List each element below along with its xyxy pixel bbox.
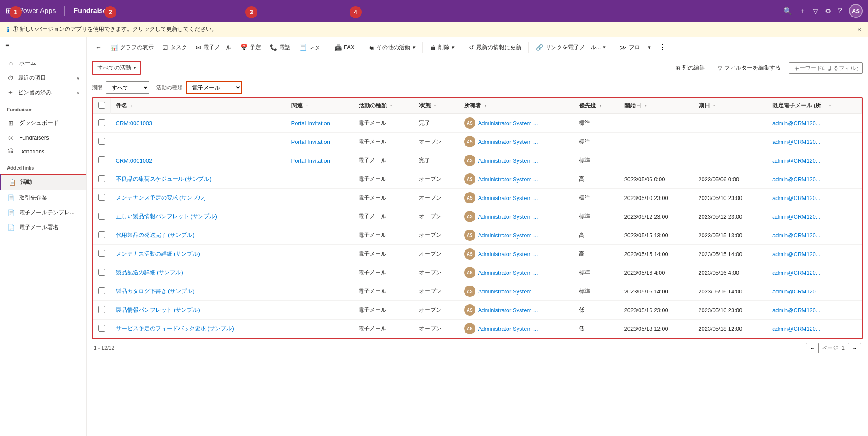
related-link-2[interactable]: Portal Invitation (291, 157, 330, 164)
email-link-10[interactable]: admin@CRM120... (772, 307, 821, 313)
table-header-subject[interactable]: 件名 ↓ (111, 98, 286, 114)
letter-button[interactable]: 📃 レター (296, 41, 329, 53)
add-icon[interactable]: ＋ (799, 7, 806, 16)
table-header-status[interactable]: 状態 ↕ (414, 98, 459, 114)
subject-link-7[interactable]: メンテナス活動の詳細 (サンプル) (116, 250, 200, 257)
owner-link-2[interactable]: Administrator System ... (478, 157, 538, 164)
edit-filters-button[interactable]: ▽ フィルターを編集する (713, 61, 785, 74)
subject-link-0[interactable]: CRM:0001003 (116, 120, 152, 126)
row-checkbox-3[interactable] (98, 175, 105, 182)
notification-close-btn[interactable]: × (858, 26, 861, 33)
email-link-7[interactable]: admin@CRM120... (772, 251, 821, 257)
owner-link-9[interactable]: Administrator System ... (478, 288, 538, 295)
row-checkbox-10[interactable] (98, 306, 105, 313)
row-checkbox-11[interactable] (98, 325, 105, 332)
subject-link-4[interactable]: メンテナンス予定の要求 (サンプル) (116, 194, 206, 201)
sidebar-item-email-signature[interactable]: 📄 電子メール署名 (0, 220, 86, 235)
table-header-default-email[interactable]: 既定電子メール (所... ↕ (767, 98, 862, 114)
email-button[interactable]: ✉ 電子メール (192, 41, 235, 53)
owner-link-6[interactable]: Administrator System ... (478, 232, 538, 239)
filter-icon[interactable]: ▽ (813, 7, 818, 15)
owner-link-1[interactable]: Administrator System ... (478, 139, 538, 145)
owner-link-10[interactable]: Administrator System ... (478, 307, 538, 313)
sidebar-item-recent[interactable]: ⏱ 最近の項目 ∨ (0, 70, 86, 85)
email-link-3[interactable]: admin@CRM120... (772, 176, 821, 183)
row-checkbox-4[interactable] (98, 194, 105, 201)
period-filter-select[interactable]: すべて (106, 81, 149, 94)
table-header-start-date[interactable]: 開始日 ↕ (619, 98, 693, 114)
owner-link-8[interactable]: Administrator System ... (478, 270, 538, 276)
settings-icon[interactable]: ⚙ (825, 7, 831, 15)
row-checkbox-2[interactable] (98, 156, 105, 163)
owner-link-0[interactable]: Administrator System ... (478, 120, 538, 126)
table-header-due-date[interactable]: 期日 ↑ (693, 98, 767, 114)
owner-link-5[interactable]: Administrator System ... (478, 213, 538, 220)
sidebar-item-pinned[interactable]: ✦ ピン留め済み ∨ (0, 85, 86, 100)
row-checkbox-5[interactable] (98, 213, 105, 220)
email-link-6[interactable]: admin@CRM120... (772, 232, 821, 239)
email-link-11[interactable]: admin@CRM120... (772, 326, 821, 332)
sidebar-item-donations[interactable]: 🏛 Donations (0, 144, 86, 158)
email-link-button[interactable]: 🔗 リンクを電子メール... ▾ (532, 41, 610, 53)
sidebar-item-activities[interactable]: 📋 活動 (0, 174, 86, 190)
flow-button[interactable]: ≫ フロー ▾ (617, 41, 654, 53)
subject-link-9[interactable]: 製品カタログ下書き (サンプル) (116, 288, 195, 294)
subject-link-10[interactable]: 製品情報パンフレット (サンプル) (116, 306, 200, 313)
row-checkbox-6[interactable] (98, 231, 105, 238)
row-checkbox-7[interactable] (98, 250, 105, 257)
subject-link-5[interactable]: 正しい製品情報パンフレット (サンプル) (116, 213, 217, 220)
owner-link-7[interactable]: Administrator System ... (478, 251, 538, 257)
owner-link-4[interactable]: Administrator System ... (478, 195, 538, 201)
owner-link-3[interactable]: Administrator System ... (478, 176, 538, 183)
sidebar-item-email-templates[interactable]: 📄 電子メールテンプレ... (0, 205, 86, 220)
sidebar-menu-icon[interactable]: ≡ (5, 42, 9, 50)
table-header-priority[interactable]: 優先度 ↕ (574, 98, 619, 114)
subject-link-8[interactable]: 製品配送の詳細 (サンプル) (116, 269, 183, 276)
next-page-button[interactable]: → (848, 343, 861, 353)
view-dropdown[interactable]: すべての活動 ▾ (92, 61, 141, 75)
sidebar-item-dashboard[interactable]: ⊞ ダッシュボード (0, 116, 86, 130)
sidebar-item-home[interactable]: ⌂ ホーム (0, 56, 86, 70)
row-checkbox-8[interactable] (98, 269, 105, 276)
email-link-0[interactable]: admin@CRM120... (772, 120, 821, 126)
delete-button[interactable]: 🗑 削除 ▾ (426, 41, 458, 53)
related-link-1[interactable]: Portal Invitation (291, 139, 330, 145)
email-link-5[interactable]: admin@CRM120... (772, 213, 821, 220)
table-header-owner[interactable]: 所有者 ↕ (459, 98, 574, 114)
email-link-8[interactable]: admin@CRM120... (772, 270, 821, 276)
sidebar-item-fundraisers[interactable]: ◎ Fundraisers (0, 130, 86, 144)
phone-button[interactable]: 📞 電話 (266, 41, 294, 53)
row-checkbox-9[interactable] (98, 287, 105, 294)
email-link-9[interactable]: admin@CRM120... (772, 288, 821, 295)
appointment-button[interactable]: 📅 予定 (237, 41, 264, 53)
subject-link-2[interactable]: CRM:0001002 (116, 157, 152, 164)
email-link-2[interactable]: admin@CRM120... (772, 157, 821, 164)
row-checkbox-1[interactable] (98, 138, 105, 145)
subject-link-3[interactable]: 不良品の集荷スケジュール (サンプル) (116, 176, 211, 182)
edit-columns-button[interactable]: ⊞ 列の編集 (670, 61, 710, 74)
row-checkbox-0[interactable] (98, 119, 105, 126)
activity-type-filter-select[interactable]: 電子メール (186, 81, 242, 94)
keyword-filter-input[interactable] (789, 62, 863, 74)
task-button[interactable]: ☑ タスク (159, 41, 191, 53)
table-header-related[interactable]: 関連 ↕ (286, 98, 353, 114)
toolbar-more-button[interactable]: ⋮ (656, 41, 668, 53)
search-icon[interactable]: 🔍 (783, 7, 792, 15)
table-header-activity-type[interactable]: 活動の種類 ↕ (353, 98, 414, 114)
user-avatar[interactable]: AS (849, 4, 863, 18)
graph-view-button[interactable]: 📊 グラフの表示 (107, 41, 157, 53)
sidebar-item-accounts[interactable]: 📄 取引先企業 (0, 190, 86, 205)
owner-link-11[interactable]: Administrator System ... (478, 326, 538, 332)
email-link-1[interactable]: admin@CRM120... (772, 139, 821, 145)
related-link-0[interactable]: Portal Invitation (291, 120, 330, 126)
subject-link-6[interactable]: 代用製品の発送完了 (サンプル) (116, 232, 195, 238)
refresh-button[interactable]: ↺ 最新の情報に更新 (465, 41, 525, 53)
fax-button[interactable]: 📠 FAX (331, 42, 358, 53)
email-link-4[interactable]: admin@CRM120... (772, 195, 821, 201)
other-activities-button[interactable]: ◉ その他の活動 ▾ (366, 41, 419, 53)
back-button[interactable]: ← (92, 42, 105, 53)
prev-page-button[interactable]: ← (806, 343, 819, 353)
subject-link-11[interactable]: サービス予定のフィードバック要求 (サンプル) (116, 325, 234, 332)
notification-text[interactable]: ① 新しいバージョンのアプリを使用できます。クリックして更新してください。 (13, 26, 217, 33)
help-icon[interactable]: ? (838, 7, 842, 15)
